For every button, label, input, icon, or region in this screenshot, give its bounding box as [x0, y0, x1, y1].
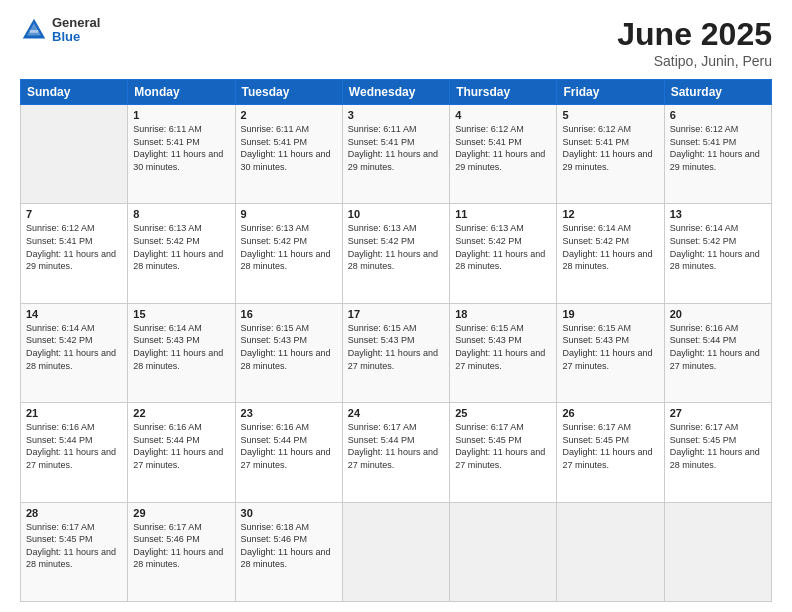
day-number: 26 — [562, 407, 658, 419]
calendar-cell: 27 Sunrise: 6:17 AMSunset: 5:45 PMDaylig… — [664, 403, 771, 502]
calendar-cell: 7 Sunrise: 6:12 AMSunset: 5:41 PMDayligh… — [21, 204, 128, 303]
calendar-cell: 29 Sunrise: 6:17 AMSunset: 5:46 PMDaylig… — [128, 502, 235, 601]
day-info: Sunrise: 6:17 AMSunset: 5:45 PMDaylight:… — [455, 421, 551, 471]
calendar-row: 21 Sunrise: 6:16 AMSunset: 5:44 PMDaylig… — [21, 403, 772, 502]
calendar-row: 14 Sunrise: 6:14 AMSunset: 5:42 PMDaylig… — [21, 303, 772, 402]
day-info: Sunrise: 6:16 AMSunset: 5:44 PMDaylight:… — [26, 421, 122, 471]
day-info: Sunrise: 6:13 AMSunset: 5:42 PMDaylight:… — [455, 222, 551, 272]
calendar-cell: 2 Sunrise: 6:11 AMSunset: 5:41 PMDayligh… — [235, 105, 342, 204]
day-number: 13 — [670, 208, 766, 220]
logo-icon — [20, 16, 48, 44]
logo-general: General — [52, 16, 100, 30]
calendar-row: 28 Sunrise: 6:17 AMSunset: 5:45 PMDaylig… — [21, 502, 772, 601]
day-number: 11 — [455, 208, 551, 220]
day-info: Sunrise: 6:16 AMSunset: 5:44 PMDaylight:… — [241, 421, 337, 471]
calendar-cell: 15 Sunrise: 6:14 AMSunset: 5:43 PMDaylig… — [128, 303, 235, 402]
calendar-cell: 6 Sunrise: 6:12 AMSunset: 5:41 PMDayligh… — [664, 105, 771, 204]
day-number: 7 — [26, 208, 122, 220]
calendar-cell: 28 Sunrise: 6:17 AMSunset: 5:45 PMDaylig… — [21, 502, 128, 601]
calendar-row: 1 Sunrise: 6:11 AMSunset: 5:41 PMDayligh… — [21, 105, 772, 204]
day-info: Sunrise: 6:17 AMSunset: 5:45 PMDaylight:… — [562, 421, 658, 471]
day-number: 22 — [133, 407, 229, 419]
header-sunday: Sunday — [21, 80, 128, 105]
calendar-cell: 24 Sunrise: 6:17 AMSunset: 5:44 PMDaylig… — [342, 403, 449, 502]
header-tuesday: Tuesday — [235, 80, 342, 105]
calendar-cell: 10 Sunrise: 6:13 AMSunset: 5:42 PMDaylig… — [342, 204, 449, 303]
calendar-cell: 26 Sunrise: 6:17 AMSunset: 5:45 PMDaylig… — [557, 403, 664, 502]
day-info: Sunrise: 6:14 AMSunset: 5:42 PMDaylight:… — [670, 222, 766, 272]
calendar-cell: 4 Sunrise: 6:12 AMSunset: 5:41 PMDayligh… — [450, 105, 557, 204]
calendar-cell: 18 Sunrise: 6:15 AMSunset: 5:43 PMDaylig… — [450, 303, 557, 402]
day-number: 29 — [133, 507, 229, 519]
calendar-cell: 13 Sunrise: 6:14 AMSunset: 5:42 PMDaylig… — [664, 204, 771, 303]
header-friday: Friday — [557, 80, 664, 105]
logo-blue: Blue — [52, 30, 100, 44]
day-info: Sunrise: 6:15 AMSunset: 5:43 PMDaylight:… — [241, 322, 337, 372]
calendar-table: Sunday Monday Tuesday Wednesday Thursday… — [20, 79, 772, 602]
day-number: 25 — [455, 407, 551, 419]
day-number: 15 — [133, 308, 229, 320]
day-number: 12 — [562, 208, 658, 220]
day-number: 17 — [348, 308, 444, 320]
day-number: 1 — [133, 109, 229, 121]
day-info: Sunrise: 6:15 AMSunset: 5:43 PMDaylight:… — [348, 322, 444, 372]
day-info: Sunrise: 6:13 AMSunset: 5:42 PMDaylight:… — [241, 222, 337, 272]
calendar-cell: 17 Sunrise: 6:15 AMSunset: 5:43 PMDaylig… — [342, 303, 449, 402]
day-info: Sunrise: 6:17 AMSunset: 5:46 PMDaylight:… — [133, 521, 229, 571]
day-info: Sunrise: 6:13 AMSunset: 5:42 PMDaylight:… — [133, 222, 229, 272]
day-number: 10 — [348, 208, 444, 220]
calendar-cell: 30 Sunrise: 6:18 AMSunset: 5:46 PMDaylig… — [235, 502, 342, 601]
calendar-cell: 1 Sunrise: 6:11 AMSunset: 5:41 PMDayligh… — [128, 105, 235, 204]
logo: General Blue — [20, 16, 100, 45]
day-number: 6 — [670, 109, 766, 121]
calendar-cell — [21, 105, 128, 204]
day-number: 19 — [562, 308, 658, 320]
day-number: 5 — [562, 109, 658, 121]
day-info: Sunrise: 6:17 AMSunset: 5:45 PMDaylight:… — [670, 421, 766, 471]
calendar-cell: 21 Sunrise: 6:16 AMSunset: 5:44 PMDaylig… — [21, 403, 128, 502]
day-number: 14 — [26, 308, 122, 320]
day-info: Sunrise: 6:18 AMSunset: 5:46 PMDaylight:… — [241, 521, 337, 571]
header-thursday: Thursday — [450, 80, 557, 105]
header-saturday: Saturday — [664, 80, 771, 105]
calendar-cell: 3 Sunrise: 6:11 AMSunset: 5:41 PMDayligh… — [342, 105, 449, 204]
day-number: 27 — [670, 407, 766, 419]
day-number: 8 — [133, 208, 229, 220]
day-info: Sunrise: 6:17 AMSunset: 5:45 PMDaylight:… — [26, 521, 122, 571]
day-info: Sunrise: 6:12 AMSunset: 5:41 PMDaylight:… — [562, 123, 658, 173]
day-info: Sunrise: 6:11 AMSunset: 5:41 PMDaylight:… — [133, 123, 229, 173]
day-number: 2 — [241, 109, 337, 121]
logo-text: General Blue — [52, 16, 100, 45]
calendar-cell — [664, 502, 771, 601]
calendar-title: June 2025 — [617, 16, 772, 53]
calendar-cell: 23 Sunrise: 6:16 AMSunset: 5:44 PMDaylig… — [235, 403, 342, 502]
calendar-cell: 22 Sunrise: 6:16 AMSunset: 5:44 PMDaylig… — [128, 403, 235, 502]
day-info: Sunrise: 6:12 AMSunset: 5:41 PMDaylight:… — [670, 123, 766, 173]
calendar-subtitle: Satipo, Junin, Peru — [617, 53, 772, 69]
calendar-cell: 25 Sunrise: 6:17 AMSunset: 5:45 PMDaylig… — [450, 403, 557, 502]
day-number: 24 — [348, 407, 444, 419]
day-info: Sunrise: 6:11 AMSunset: 5:41 PMDaylight:… — [241, 123, 337, 173]
day-number: 30 — [241, 507, 337, 519]
header-monday: Monday — [128, 80, 235, 105]
calendar-cell: 16 Sunrise: 6:15 AMSunset: 5:43 PMDaylig… — [235, 303, 342, 402]
day-number: 21 — [26, 407, 122, 419]
day-number: 23 — [241, 407, 337, 419]
calendar-cell — [450, 502, 557, 601]
title-block: June 2025 Satipo, Junin, Peru — [617, 16, 772, 69]
day-number: 20 — [670, 308, 766, 320]
day-info: Sunrise: 6:16 AMSunset: 5:44 PMDaylight:… — [133, 421, 229, 471]
calendar-cell: 9 Sunrise: 6:13 AMSunset: 5:42 PMDayligh… — [235, 204, 342, 303]
calendar-cell: 8 Sunrise: 6:13 AMSunset: 5:42 PMDayligh… — [128, 204, 235, 303]
calendar-cell: 20 Sunrise: 6:16 AMSunset: 5:44 PMDaylig… — [664, 303, 771, 402]
day-info: Sunrise: 6:12 AMSunset: 5:41 PMDaylight:… — [26, 222, 122, 272]
day-number: 4 — [455, 109, 551, 121]
day-number: 28 — [26, 507, 122, 519]
calendar-cell: 14 Sunrise: 6:14 AMSunset: 5:42 PMDaylig… — [21, 303, 128, 402]
calendar-row: 7 Sunrise: 6:12 AMSunset: 5:41 PMDayligh… — [21, 204, 772, 303]
day-info: Sunrise: 6:15 AMSunset: 5:43 PMDaylight:… — [455, 322, 551, 372]
day-number: 16 — [241, 308, 337, 320]
calendar-cell: 12 Sunrise: 6:14 AMSunset: 5:42 PMDaylig… — [557, 204, 664, 303]
calendar-cell — [557, 502, 664, 601]
calendar-cell: 11 Sunrise: 6:13 AMSunset: 5:42 PMDaylig… — [450, 204, 557, 303]
